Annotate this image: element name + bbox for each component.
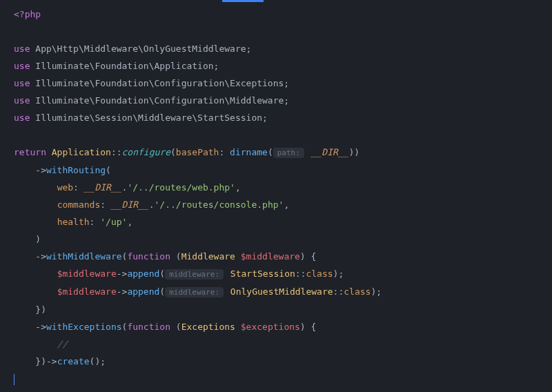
named-arg: health: '/up',	[14, 213, 552, 231]
use-statement: use App\Http\Middleware\OnlyGuestMiddlew…	[14, 40, 552, 57]
code-line-blank	[14, 126, 552, 144]
code-editor[interactable]: <?php use App\Http\Middleware\OnlyGuestM…	[0, 0, 552, 392]
use-statement: use Illuminate\Foundation\Configuration\…	[14, 75, 552, 92]
chain-call: ->withRouting(	[14, 161, 552, 179]
comment-line: //	[14, 335, 552, 353]
code-line: <?php	[14, 6, 552, 23]
text-cursor	[14, 374, 14, 385]
inlay-hint: middleware:	[165, 269, 224, 280]
inlay-hint: middleware:	[165, 287, 224, 297]
closing: })	[14, 301, 552, 318]
closing: )	[14, 231, 552, 248]
named-arg: commands: __DIR__.'/../routes/console.ph…	[14, 196, 552, 213]
use-statement: use Illuminate\Foundation\Configuration\…	[14, 92, 552, 109]
inlay-hint: path:	[273, 148, 304, 158]
use-statement: use Illuminate\Foundation\Application;	[14, 57, 552, 75]
code-line-blank	[14, 23, 552, 40]
named-arg: web: __DIR__.'/../routes/web.php',	[14, 179, 552, 196]
closing-create: })->create();	[14, 353, 552, 370]
php-open-tag: <?php	[14, 9, 41, 19]
return-line: return Application::configure(basePath: …	[14, 144, 552, 161]
chain-call: ->withExceptions(function (Exceptions $e…	[14, 318, 552, 335]
use-statement: use Illuminate\Session\Middleware\StartS…	[14, 109, 552, 126]
middleware-append: $middleware->append(middleware: StartSes…	[14, 265, 552, 283]
middleware-append: $middleware->append(middleware: OnlyGues…	[14, 283, 552, 301]
active-tab-indicator	[222, 0, 264, 2]
cursor-line[interactable]	[14, 370, 552, 387]
chain-call: ->withMiddleware(function (Middleware $m…	[14, 248, 552, 265]
